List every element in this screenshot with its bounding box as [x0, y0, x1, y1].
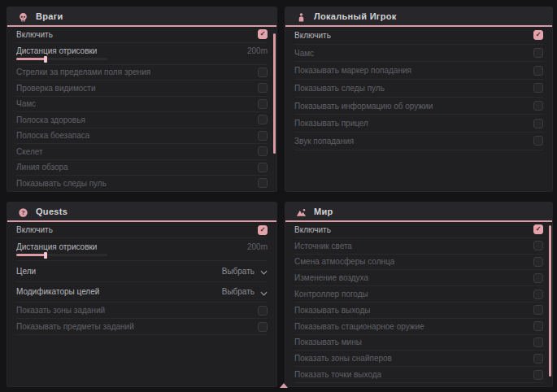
slider-thumb[interactable]: [44, 252, 47, 259]
target-modifiers-dropdown[interactable]: Выбрать: [222, 285, 268, 299]
row-enable[interactable]: Включить: [16, 27, 268, 43]
row-offscreen-arrows[interactable]: Стрелки за пределами поля зрения: [16, 65, 268, 81]
checkbox[interactable]: [533, 290, 543, 299]
distance-slider[interactable]: [16, 254, 107, 256]
checkbox[interactable]: [533, 30, 543, 40]
row-line-of-sight[interactable]: Линия обзора: [16, 160, 268, 176]
distance-slider[interactable]: [16, 58, 107, 60]
row-enable[interactable]: Включить: [16, 222, 268, 238]
row-sniper-zones[interactable]: Показать зоны снайперов: [294, 351, 543, 367]
row-visibility-check[interactable]: Проверка видимости: [16, 81, 268, 97]
setting-label: Показать зоны снайперов: [294, 354, 392, 363]
row-exit-points[interactable]: Показать точки выхода: [294, 367, 543, 383]
row-chams[interactable]: Чамс: [294, 45, 543, 63]
person-icon: [296, 11, 307, 22]
setting-label: Показывать выходы: [294, 306, 370, 315]
row-quest-items[interactable]: Показывать предметы заданий: [16, 319, 268, 335]
setting-label: Показывать предметы заданий: [16, 322, 134, 331]
chevron-down-icon: [260, 264, 268, 278]
checkbox[interactable]: [533, 305, 543, 315]
checkbox[interactable]: [258, 225, 268, 235]
checkbox[interactable]: [258, 131, 268, 141]
setting-label: Контроллер погоды: [294, 290, 368, 298]
row-ammo-bar[interactable]: Полоска боезапаса: [16, 128, 268, 145]
row-hit-marker[interactable]: Показывать маркер попадания: [294, 62, 543, 80]
setting-label: Скелет: [16, 147, 43, 156]
panel-world-header[interactable]: Мир: [285, 203, 552, 222]
scrollbar[interactable]: [273, 33, 276, 154]
checkbox[interactable]: [533, 273, 543, 283]
row-enable[interactable]: Включить: [294, 27, 543, 45]
row-bullet-trails[interactable]: Показывать следы пуль: [16, 176, 268, 192]
row-exits[interactable]: Показывать выходы: [294, 303, 543, 319]
row-render-distance[interactable]: Дистанция отрисовки 200m: [16, 238, 268, 261]
setting-label: Показывать информацию об оружии: [294, 102, 433, 111]
row-crosshair[interactable]: Показывать прицел: [294, 115, 543, 133]
panel-local-player: Локальный Игрок Включить Чамс Показывать…: [285, 7, 553, 192]
row-stationary-weapons[interactable]: Показывать стационарное оружие: [294, 319, 543, 335]
setting-label: Линия обзора: [16, 163, 68, 172]
checkbox[interactable]: [258, 99, 268, 109]
setting-label: Дистанция отрисовки: [16, 46, 97, 55]
checkbox[interactable]: [533, 354, 543, 364]
row-weather-controller[interactable]: Контроллер погоды: [294, 286, 543, 303]
panel-title: Локальный Игрок: [314, 11, 397, 21]
row-health-bar[interactable]: Полоска здоровья: [16, 112, 268, 128]
setting-label: Включить: [294, 225, 331, 234]
checkbox[interactable]: [533, 224, 543, 234]
checkbox[interactable]: [533, 83, 543, 93]
checkbox[interactable]: [258, 29, 268, 39]
checkbox[interactable]: [533, 321, 543, 331]
row-skeleton[interactable]: Скелет: [16, 144, 268, 160]
setting-label: Цели: [16, 267, 36, 276]
panel-quests-rows: Включить Дистанция отрисовки 200m Цели В…: [7, 222, 276, 335]
checkbox[interactable]: [258, 83, 268, 93]
checkbox[interactable]: [533, 136, 543, 146]
checkbox[interactable]: [258, 178, 268, 188]
checkbox[interactable]: [258, 322, 268, 332]
checkbox[interactable]: [533, 338, 543, 347]
checkbox[interactable]: [258, 68, 268, 77]
checkbox[interactable]: [533, 257, 543, 267]
checkbox[interactable]: [258, 306, 268, 316]
row-weapon-info[interactable]: Показывать информацию об оружии: [294, 98, 543, 115]
row-hit-sound[interactable]: Звук попадания: [294, 133, 543, 150]
row-targets[interactable]: Цели Выбрать: [16, 261, 268, 282]
setting-label: Показывать прицел: [294, 119, 368, 128]
setting-label: Модификаторы целей: [16, 287, 99, 296]
slider-thumb[interactable]: [44, 56, 47, 63]
skull-icon: [18, 11, 28, 22]
row-air-change[interactable]: Изменение воздуха: [294, 270, 543, 286]
setting-label: Источник света: [294, 242, 352, 250]
checkbox[interactable]: [533, 241, 543, 250]
row-target-modifiers[interactable]: Модификаторы целей Выбрать: [16, 282, 268, 303]
row-render-distance[interactable]: Дистанция отрисовки 200m: [16, 43, 268, 65]
slider-value: 200m: [247, 46, 268, 55]
checkbox[interactable]: [533, 119, 543, 128]
setting-label: Включить: [294, 31, 331, 40]
targets-dropdown[interactable]: Выбрать: [222, 264, 268, 278]
checkbox[interactable]: [258, 115, 268, 124]
row-quest-zones[interactable]: Показать зоны заданий: [16, 303, 268, 319]
row-mines[interactable]: Показывать мины: [294, 335, 543, 351]
checkbox[interactable]: [258, 163, 268, 172]
checkbox[interactable]: [533, 101, 543, 111]
checkbox[interactable]: [533, 66, 543, 76]
panel-quests-header[interactable]: ? Quests: [7, 203, 276, 222]
dropdown-value: Выбрать: [222, 267, 255, 276]
checkbox[interactable]: [258, 146, 268, 156]
row-chams[interactable]: Чамс: [16, 97, 268, 113]
checkbox[interactable]: [533, 370, 543, 380]
panel-player-header[interactable]: Локальный Игрок: [285, 7, 552, 27]
scrollbar[interactable]: [549, 225, 551, 377]
checkbox[interactable]: [533, 48, 543, 58]
row-sun-atmosphere[interactable]: Смена атмосферы солнца: [294, 255, 543, 271]
mountains-icon: [296, 207, 307, 217]
setting-label: Полоска боезапаса: [16, 131, 89, 140]
panel-enemies-header[interactable]: Враги: [7, 7, 276, 27]
row-bullet-trails[interactable]: Показывать следы пуль: [294, 80, 543, 98]
quest-icon: ?: [18, 207, 28, 217]
row-light-source[interactable]: Источник света: [294, 238, 543, 255]
chevron-down-icon: [260, 285, 268, 299]
row-enable[interactable]: Включить: [294, 222, 543, 238]
